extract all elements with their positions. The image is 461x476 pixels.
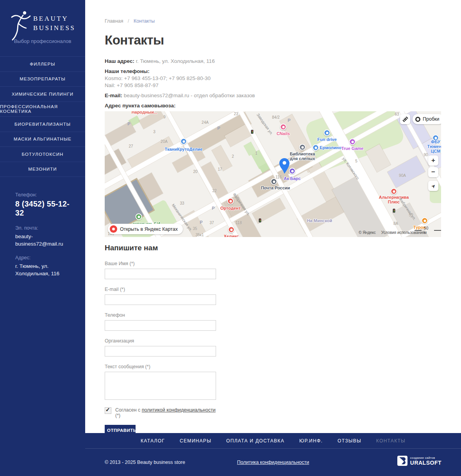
map-pin[interactable] <box>279 158 289 174</box>
yandex-pin-icon <box>110 225 117 233</box>
sidebar-item-fillery[interactable]: ФИЛЛЕРЫ <box>0 56 85 71</box>
phone-line-1: Kosmo: +7 963 455-13-07; +7 905 825-80-3… <box>105 75 255 82</box>
building-number: 90 <box>423 153 428 157</box>
footer-nav: КАТАЛОГ СЕМИНАРЫ ОПЛАТА И ДОСТАВКА ЮР.ИН… <box>85 433 461 449</box>
organization-field[interactable] <box>105 346 216 357</box>
poi-icon <box>228 226 235 233</box>
traffic-button[interactable]: Пробки <box>413 114 441 124</box>
building-number: 37 <box>209 221 214 225</box>
phone-field[interactable] <box>105 320 216 331</box>
name-field[interactable] <box>105 269 216 279</box>
uralsoft-tagline: создание сайтов <box>410 456 441 460</box>
yandex-map[interactable]: ТканиКрутоДелиеCNailsFun driveЕрмолиноTr… <box>105 111 441 237</box>
building-number: 5 <box>355 159 357 163</box>
consent-row: ✓ Согласен с политикой конфиденциальност… <box>105 407 216 418</box>
building-number: 24А <box>202 120 209 125</box>
parking-icon: P <box>217 126 220 130</box>
building-number: 8А <box>393 221 398 226</box>
map-zoom-out-button[interactable]: − <box>428 167 438 177</box>
traffic-light-icon <box>393 209 395 212</box>
poi-label: Fun drive <box>317 137 337 142</box>
sidebar-email-label: Эл. почта: <box>15 225 76 231</box>
building-number: 27 <box>129 144 133 148</box>
brand-line-1: BEAUTY <box>33 15 68 23</box>
footer-privacy-link[interactable]: Политика конфиденциальности <box>237 460 309 465</box>
poi-icon <box>180 138 187 145</box>
sidebar-phone-label: Телефон: <box>15 192 76 198</box>
footer-copyright: © 2013 - 2025 Beauty business store <box>105 460 185 465</box>
poi-label: Библиотека для слепых <box>290 152 315 161</box>
main-content: Главная / Контакты Контакты Наш адрес: г… <box>85 0 461 433</box>
footer-nav-jurinfo[interactable]: ЮР.ИНФ. <box>299 438 323 444</box>
street-label: Заводская ул. <box>256 112 274 135</box>
breadcrumb-separator: / <box>128 18 129 24</box>
checkmark-icon: ✓ <box>105 406 110 413</box>
building-number: 20А <box>161 139 168 144</box>
poi-label: Народный... <box>132 111 157 114</box>
traffic-label: Пробки <box>423 116 440 122</box>
footer-nav-seminary[interactable]: СЕМИНАРЫ <box>180 438 211 444</box>
map-scale: 50 м <box>415 226 441 235</box>
building-number: 90А <box>399 173 406 178</box>
building-number: 33 <box>180 201 184 205</box>
sidebar-item-professionalnaya-kosmetika[interactable]: ПРОФЕССИОНАЛЬНАЯ КОСМЕТИКА <box>0 102 85 117</box>
sidebar-item-himicheskie-pilingi[interactable]: ХИМИЧЕСКИЕ ПИЛИНГИ <box>0 86 85 102</box>
building-number: 9 <box>163 115 166 119</box>
building-number: 35 <box>193 226 197 231</box>
open-in-yandex-label: Открыть в Яндекс Картах <box>120 226 178 232</box>
footer: КАТАЛОГ СЕМИНАРЫ ОПЛАТА И ДОСТАВКА ЮР.ИН… <box>0 433 461 476</box>
email-field[interactable] <box>105 294 216 305</box>
sidebar-phone[interactable]: 8 (3452) 55-12-32 <box>15 200 76 217</box>
privacy-policy-link[interactable]: политикой конфиденциальности <box>142 407 216 413</box>
building-number: 116 <box>275 175 282 179</box>
message-field[interactable] <box>105 372 216 400</box>
poi-label: Хеликс <box>224 234 239 237</box>
sidebar-nav: ФИЛЛЕРЫ МЕЗОПРЕПАРАТЫ ХИМИЧЕСКИЕ ПИЛИНГИ… <box>0 56 85 177</box>
street-label: Фабричная ул. <box>232 192 251 216</box>
footer-nav-oplata[interactable]: ОПЛАТА И ДОСТАВКА <box>226 438 284 444</box>
open-in-yandex-maps-button[interactable]: Открыть в Яндекс Картах <box>108 224 183 234</box>
phone-line-2: Nail: +7 905 858-87-97 <box>105 82 255 89</box>
zoom-out-icon: − <box>431 168 435 176</box>
uralsoft-link[interactable]: создание сайтов URALSOFT <box>397 456 441 466</box>
map-copyright: © Яндекс <box>359 230 376 235</box>
sidebar-item-mezoniti[interactable]: МЕЗОНИТИ <box>0 162 85 177</box>
map-ruler-button[interactable] <box>400 114 410 124</box>
ruler-icon <box>402 116 408 122</box>
footer-nav-kontakty[interactable]: КОНТАКТЫ <box>376 438 406 444</box>
address-label: Наш адрес: <box>105 58 134 64</box>
footer-nav-otzyvy[interactable]: ОТЗЫВЫ <box>338 438 361 444</box>
sidebar-item-botulotoksin[interactable]: БОТУЛОТОКСИН <box>0 146 85 162</box>
traffic-light-icon <box>251 130 253 134</box>
traffic-light-icon <box>259 219 261 222</box>
pickup-label: Адрес пункта самовывоза: <box>105 103 175 109</box>
poi-icon <box>280 124 287 130</box>
poi-label: ФБУ Тюменс ЦСМ <box>427 139 441 153</box>
form-title: Напишите нам <box>105 244 216 252</box>
contact-form: Напишите нам Ваше Имя (*) E-mail (*) Тел… <box>105 244 216 436</box>
breadcrumb: Главная / Контакты <box>105 18 155 24</box>
sidebar-item-biorevitalizanty[interactable]: БИОРЕВИТАЛИЗАНТЫ <box>0 116 85 132</box>
map-zoom-in-button[interactable]: + <box>428 155 438 166</box>
ballerina-icon <box>10 9 31 41</box>
sidebar-item-mezopreparaty[interactable]: МЕЗОПРЕПАРАТЫ <box>0 71 85 87</box>
geolocation-button[interactable]: ➤ <box>428 181 438 191</box>
sidebar-email[interactable]: beauty-business72@mail.ru <box>15 233 76 248</box>
building-number: 84/2 <box>272 115 279 119</box>
traffic-icon <box>415 117 420 122</box>
footer-nav-katalog[interactable]: КАТАЛОГ <box>141 438 165 444</box>
contact-info: Наш адрес: г. Тюмень, ул. Холодильная, 1… <box>105 58 255 109</box>
sidebar-item-maski-alginatnye[interactable]: МАСКИ АЛЬГИНАТНЫЕ <box>0 132 85 147</box>
breadcrumb-home[interactable]: Главная <box>105 18 123 24</box>
phone-field-label: Телефон <box>105 312 216 318</box>
zoom-in-icon: + <box>431 157 435 164</box>
poi-label: CNails <box>277 131 290 136</box>
address-value: г. Тюмень, ул. Холодильная, 116 <box>136 58 215 64</box>
poi-label: True Game <box>341 146 364 151</box>
consent-checkbox[interactable]: ✓ <box>105 407 111 414</box>
brand-tagline: Выбор профессионалов <box>0 38 85 44</box>
logo[interactable]: BEAUTY BUSINESS Выбор профессионалов <box>0 0 85 55</box>
breadcrumb-current[interactable]: Контакты <box>134 18 155 24</box>
building-number: 35к1 <box>195 233 204 237</box>
geolocation-icon: ➤ <box>430 182 437 189</box>
